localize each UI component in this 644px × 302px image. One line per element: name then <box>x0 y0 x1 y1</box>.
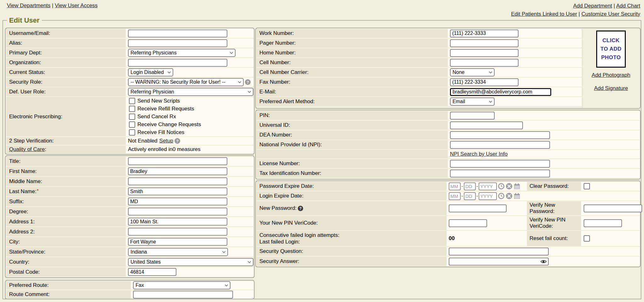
verify-new-password-input[interactable] <box>584 204 642 212</box>
clear-date-icon[interactable] <box>506 193 513 199</box>
country-select[interactable]: United States <box>128 258 253 266</box>
add-chart-link[interactable]: Add Chart <box>616 3 640 9</box>
primary-dept-value: Referring Physicians <box>130 50 177 56</box>
calendar-icon[interactable] <box>514 183 520 190</box>
eye-icon[interactable] <box>541 260 547 264</box>
degree-input[interactable] <box>128 208 227 215</box>
dea-number-label: DEA Number: <box>259 132 292 138</box>
quality-of-care-link[interactable]: Quality of Care <box>9 146 45 152</box>
fax-number-input[interactable] <box>450 78 519 86</box>
header-links-right-row1: Add Department | Add Chart <box>511 2 640 10</box>
receive-change-requests-option: Receive Change Requests <box>129 120 201 128</box>
clear-date-icon[interactable] <box>506 183 513 190</box>
title-input[interactable] <box>128 157 227 165</box>
def-user-role-row: Def. User Role:Referring Physician <box>6 87 253 96</box>
your-new-pin-vericode-input[interactable] <box>449 219 487 227</box>
month-input[interactable] <box>449 182 461 190</box>
home-number-input[interactable] <box>450 49 519 57</box>
country-label: Country: <box>9 259 29 265</box>
day-input[interactable] <box>464 192 476 200</box>
work-number-input[interactable] <box>450 30 519 37</box>
e-mail-label: E-Mail: <box>259 89 276 95</box>
cell-number-input[interactable] <box>450 59 519 67</box>
failed-login-label-line: Consecutive failed login attempts: <box>259 232 339 238</box>
def-user-role-select[interactable]: Referring Physician <box>128 88 253 96</box>
preferred-route-select[interactable]: Fax <box>133 281 230 289</box>
postal-code-input[interactable] <box>128 268 176 276</box>
pager-number-input[interactable] <box>450 39 519 47</box>
tax-identification-number-label: Tax Identification Number: <box>259 170 321 176</box>
middle-name-label: Middle Name: <box>9 178 42 185</box>
add-photograph-link[interactable]: Add Photograph <box>592 72 630 78</box>
your-new-pin-vericode-label: Your New PIN VeriCode: <box>259 220 318 226</box>
license-number-input[interactable] <box>450 160 550 168</box>
first-name-input[interactable] <box>128 167 227 175</box>
pin-input[interactable] <box>450 112 495 120</box>
receive-fill-notices-option: Receive Fill Notices <box>129 128 184 136</box>
primary-dept-select[interactable]: Referring Physicians <box>128 49 236 57</box>
current-status-select[interactable]: Login Disabled <box>128 68 173 76</box>
receive-fill-notices-checkbox[interactable] <box>129 129 135 136</box>
send-new-scripts-option: Send New Scripts <box>129 97 180 105</box>
view-user-access-link[interactable]: View User Access <box>55 3 97 8</box>
year-input[interactable] <box>479 182 497 190</box>
npi-search-by-user-info-link[interactable]: NPI Search by User Info <box>450 151 508 157</box>
view-departments-link[interactable]: View Departments <box>7 3 51 8</box>
receive-change-requests-checkbox[interactable] <box>129 121 135 128</box>
cell-number-row: Cell Number: <box>257 58 582 67</box>
e-mail-input[interactable] <box>450 88 551 96</box>
svg-text:?: ? <box>299 206 302 210</box>
help-icon[interactable]: ? <box>174 138 180 144</box>
username-email-input[interactable] <box>128 30 227 37</box>
preferred-alert-method-select[interactable]: Email <box>450 98 495 106</box>
address-2-input[interactable] <box>128 228 227 236</box>
photo-placeholder-line: PHOTO <box>601 54 621 61</box>
security-answer-row: Security Answer: <box>257 257 640 266</box>
current-status-label: Current Status: <box>9 69 45 76</box>
country-row: Country:United States <box>6 257 253 266</box>
dea-number-input[interactable] <box>450 131 550 139</box>
national-provider-id-npi-input[interactable] <box>450 141 550 149</box>
add-photo-button[interactable]: CLICK TO ADD PHOTO <box>596 31 626 68</box>
clock-icon[interactable] <box>498 183 505 190</box>
send-new-scripts-checkbox[interactable] <box>129 98 135 104</box>
send-cancel-rx-checkbox[interactable] <box>129 114 135 120</box>
tax-identification-number-input[interactable] <box>450 170 550 177</box>
cell-number-carrier-select[interactable]: None <box>450 68 495 76</box>
security-role-select[interactable]: -- WARNING: No Security Role for User! -… <box>128 78 244 86</box>
day-input[interactable] <box>464 182 476 190</box>
clear-password-checkbox[interactable] <box>584 183 590 189</box>
help-icon[interactable]: ? <box>245 79 251 85</box>
calendar-icon[interactable] <box>514 193 520 199</box>
organization-input[interactable] <box>128 59 227 67</box>
add-signature-link[interactable]: Add Signature <box>594 85 628 92</box>
state-province-select[interactable]: Indiana <box>128 248 228 256</box>
suffix-input[interactable] <box>128 198 227 205</box>
address-1-input[interactable] <box>128 218 227 226</box>
last-name-input[interactable] <box>128 187 227 195</box>
year-input[interactable] <box>479 192 497 200</box>
receive-refill-requests-checkbox[interactable] <box>129 106 135 112</box>
login-expire-date-label: Login Expire Date: <box>259 193 303 199</box>
universal-id-input[interactable] <box>450 121 523 129</box>
page-title: Edit User <box>7 16 42 25</box>
city-input[interactable] <box>128 238 227 246</box>
setup-link[interactable]: Setup <box>159 138 173 144</box>
month-input[interactable] <box>449 192 461 200</box>
help-dark-icon[interactable]: ? <box>297 205 303 211</box>
reset-fail-count-label: Reset fail count: <box>527 231 581 246</box>
alias-input[interactable] <box>128 39 227 47</box>
preferred-alert-method-value: Email <box>452 99 465 104</box>
route-comment-input[interactable] <box>133 291 233 299</box>
clock-icon[interactable] <box>498 193 505 199</box>
new-password-input[interactable] <box>449 204 507 212</box>
link-separator: | <box>613 3 615 9</box>
middle-name-input[interactable] <box>128 177 227 185</box>
security-question-input[interactable] <box>449 248 549 255</box>
security-answer-input[interactable] <box>449 258 549 266</box>
add-department-link[interactable]: Add Department <box>573 3 612 9</box>
verify-new-pin-vericode-input[interactable] <box>584 219 622 227</box>
reset-fail-count-checkbox[interactable] <box>584 235 590 242</box>
e-mail-row: E-Mail: <box>257 87 582 96</box>
chevron-down-icon <box>224 283 229 288</box>
